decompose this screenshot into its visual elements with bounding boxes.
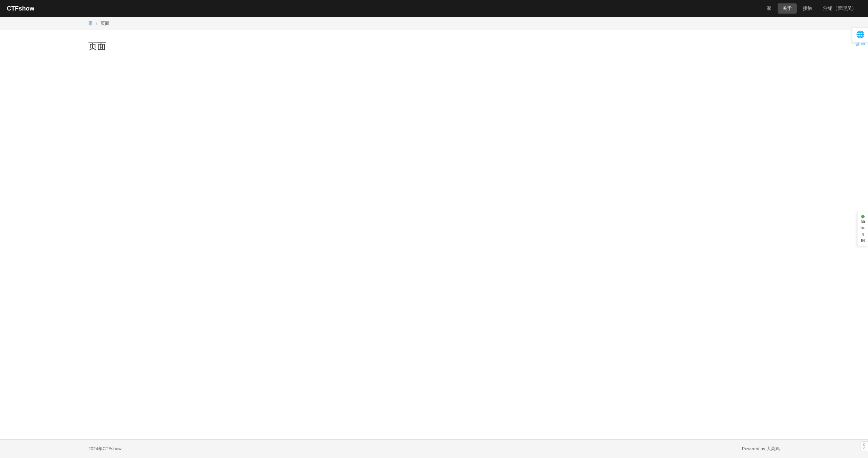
breadcrumb-current: 页面 bbox=[101, 21, 109, 26]
stat-number-2: 0+ bbox=[861, 226, 865, 231]
stats-row-4: 54 bbox=[861, 238, 865, 243]
stats-row-2: 0+ bbox=[861, 226, 865, 231]
stats-widget: 30 0+ 4 54 bbox=[857, 212, 868, 246]
footer: 2024年CTFshow Powered by 大菜鸡 bbox=[0, 439, 868, 458]
stat-number-3: 4 bbox=[862, 232, 864, 237]
nav-item-contact[interactable]: 接触 bbox=[798, 3, 817, 14]
breadcrumb-home-link[interactable]: 家 bbox=[88, 21, 93, 26]
translate-text: 中译 bbox=[854, 39, 866, 40]
online-dot bbox=[861, 215, 865, 218]
footer-powered-by: Powered by 大菜鸡 bbox=[742, 446, 780, 452]
navbar-nav: 家 关于 接触 注销（管理员） bbox=[762, 3, 861, 14]
footer-copyright: 2024年CTFshow bbox=[88, 446, 122, 452]
page-title: 页面 bbox=[88, 40, 780, 52]
navbar-brand[interactable]: CTFshow bbox=[7, 5, 34, 12]
cpu-indicator: CPU bbox=[860, 441, 868, 451]
nav-item-about[interactable]: 关于 bbox=[778, 3, 797, 14]
navbar: CTFshow 家 关于 接触 注销（管理员） bbox=[0, 0, 868, 17]
stat-number-4: 54 bbox=[861, 238, 865, 243]
main-content: 页面 bbox=[0, 30, 868, 439]
stat-number-1: 30 bbox=[861, 219, 865, 224]
breadcrumb-separator: / bbox=[96, 21, 98, 26]
breadcrumb: 家 / 页面 bbox=[0, 17, 868, 30]
nav-item-logout[interactable]: 注销（管理员） bbox=[818, 3, 861, 14]
nav-item-home[interactable]: 家 bbox=[762, 3, 776, 14]
stats-row-1: 30 bbox=[861, 219, 865, 224]
translate-widget[interactable]: 🌐 中译 bbox=[852, 27, 868, 43]
stats-row-3: 4 bbox=[862, 232, 864, 237]
globe-icon: 🌐 bbox=[856, 30, 865, 38]
